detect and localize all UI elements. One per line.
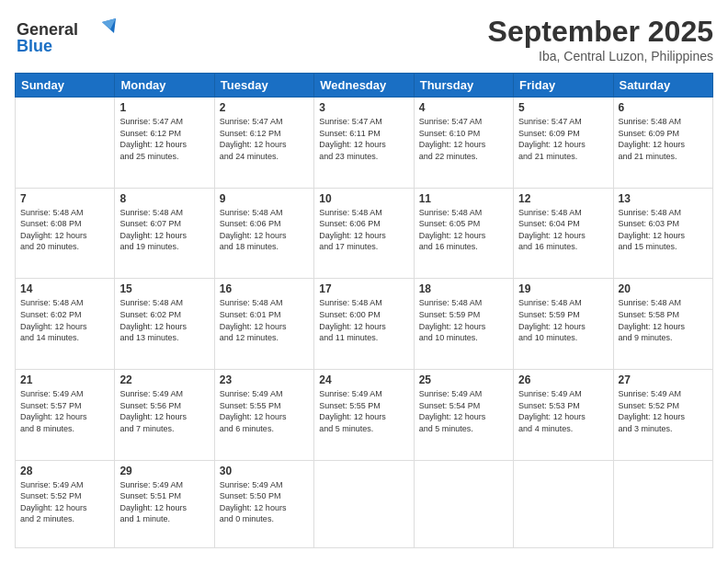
calendar-cell: 12Sunrise: 5:48 AM Sunset: 6:04 PM Dayli… — [514, 188, 613, 279]
calendar-cell: 19Sunrise: 5:48 AM Sunset: 5:59 PM Dayli… — [514, 279, 613, 370]
calendar-cell: 20Sunrise: 5:48 AM Sunset: 5:58 PM Dayli… — [613, 279, 712, 370]
day-number: 10 — [319, 192, 408, 205]
logo: General Blue — [15, 15, 116, 59]
day-number: 19 — [518, 282, 608, 295]
calendar-cell: 3Sunrise: 5:47 AM Sunset: 6:11 PM Daylig… — [314, 98, 414, 189]
main-title: September 2025 — [488, 15, 713, 49]
svg-text:General: General — [17, 20, 78, 39]
day-number: 29 — [119, 465, 209, 477]
calendar-week-4: 21Sunrise: 5:49 AM Sunset: 5:57 PM Dayli… — [16, 369, 713, 460]
day-number: 12 — [518, 192, 608, 205]
calendar-cell — [514, 460, 613, 547]
day-number: 18 — [419, 282, 508, 295]
calendar-cell: 9Sunrise: 5:48 AM Sunset: 6:06 PM Daylig… — [214, 188, 313, 279]
day-number: 1 — [119, 101, 209, 114]
day-info: Sunrise: 5:48 AM Sunset: 6:07 PM Dayligh… — [119, 207, 209, 253]
day-info: Sunrise: 5:49 AM Sunset: 5:55 PM Dayligh… — [319, 388, 408, 434]
day-number: 11 — [419, 192, 508, 205]
day-info: Sunrise: 5:48 AM Sunset: 5:58 PM Dayligh… — [619, 297, 708, 343]
day-number: 6 — [619, 101, 708, 114]
calendar-cell — [414, 460, 513, 547]
calendar-cell: 15Sunrise: 5:48 AM Sunset: 6:02 PM Dayli… — [115, 279, 214, 370]
day-number: 2 — [220, 101, 309, 114]
day-number: 5 — [518, 101, 608, 114]
calendar-cell: 11Sunrise: 5:48 AM Sunset: 6:05 PM Dayli… — [414, 188, 513, 279]
calendar-week-5: 28Sunrise: 5:49 AM Sunset: 5:52 PM Dayli… — [16, 460, 713, 547]
day-info: Sunrise: 5:49 AM Sunset: 5:56 PM Dayligh… — [119, 388, 209, 434]
day-number: 28 — [20, 465, 109, 477]
col-header-sunday: Sunday — [16, 74, 115, 98]
day-info: Sunrise: 5:48 AM Sunset: 6:09 PM Dayligh… — [619, 116, 708, 162]
calendar-cell: 13Sunrise: 5:48 AM Sunset: 6:03 PM Dayli… — [613, 188, 712, 279]
svg-text:Blue: Blue — [17, 37, 52, 55]
day-info: Sunrise: 5:48 AM Sunset: 6:02 PM Dayligh… — [20, 297, 109, 343]
day-number: 16 — [220, 282, 309, 295]
day-info: Sunrise: 5:49 AM Sunset: 5:53 PM Dayligh… — [518, 388, 608, 434]
calendar-week-3: 14Sunrise: 5:48 AM Sunset: 6:02 PM Dayli… — [16, 279, 713, 370]
col-header-wednesday: Wednesday — [314, 74, 414, 98]
day-info: Sunrise: 5:47 AM Sunset: 6:09 PM Dayligh… — [518, 116, 608, 162]
calendar-cell — [16, 98, 115, 189]
calendar-cell: 28Sunrise: 5:49 AM Sunset: 5:52 PM Dayli… — [16, 460, 115, 547]
calendar-week-2: 7Sunrise: 5:48 AM Sunset: 6:08 PM Daylig… — [16, 188, 713, 279]
calendar-cell: 10Sunrise: 5:48 AM Sunset: 6:06 PM Dayli… — [314, 188, 414, 279]
day-info: Sunrise: 5:48 AM Sunset: 6:02 PM Dayligh… — [119, 297, 209, 343]
calendar-cell: 18Sunrise: 5:48 AM Sunset: 5:59 PM Dayli… — [414, 279, 513, 370]
calendar-cell: 7Sunrise: 5:48 AM Sunset: 6:08 PM Daylig… — [16, 188, 115, 279]
calendar-cell: 8Sunrise: 5:48 AM Sunset: 6:07 PM Daylig… — [115, 188, 214, 279]
day-info: Sunrise: 5:49 AM Sunset: 5:52 PM Dayligh… — [619, 388, 708, 434]
day-info: Sunrise: 5:48 AM Sunset: 6:06 PM Dayligh… — [319, 207, 408, 253]
calendar-cell: 25Sunrise: 5:49 AM Sunset: 5:54 PM Dayli… — [414, 369, 513, 460]
day-info: Sunrise: 5:49 AM Sunset: 5:54 PM Dayligh… — [419, 388, 508, 434]
day-number: 24 — [319, 373, 408, 386]
calendar-cell: 24Sunrise: 5:49 AM Sunset: 5:55 PM Dayli… — [314, 369, 414, 460]
day-number: 13 — [619, 192, 708, 205]
day-info: Sunrise: 5:49 AM Sunset: 5:57 PM Dayligh… — [20, 388, 109, 434]
day-info: Sunrise: 5:48 AM Sunset: 6:06 PM Dayligh… — [220, 207, 309, 253]
col-header-saturday: Saturday — [613, 74, 712, 98]
calendar-cell: 1Sunrise: 5:47 AM Sunset: 6:12 PM Daylig… — [115, 98, 214, 189]
day-number: 14 — [20, 282, 109, 295]
day-number: 30 — [220, 465, 309, 477]
calendar-table: SundayMondayTuesdayWednesdayThursdayFrid… — [15, 73, 713, 548]
day-info: Sunrise: 5:49 AM Sunset: 5:50 PM Dayligh… — [220, 479, 309, 525]
header: General Blue September 2025 Iba, Central… — [15, 15, 713, 63]
page: General Blue September 2025 Iba, Central… — [0, 0, 728, 563]
calendar-cell: 26Sunrise: 5:49 AM Sunset: 5:53 PM Dayli… — [514, 369, 613, 460]
calendar-cell: 23Sunrise: 5:49 AM Sunset: 5:55 PM Dayli… — [214, 369, 313, 460]
calendar-cell: 30Sunrise: 5:49 AM Sunset: 5:50 PM Dayli… — [214, 460, 313, 547]
day-number: 22 — [119, 373, 209, 386]
day-info: Sunrise: 5:48 AM Sunset: 5:59 PM Dayligh… — [419, 297, 508, 343]
day-number: 26 — [518, 373, 608, 386]
day-number: 20 — [619, 282, 708, 295]
day-info: Sunrise: 5:47 AM Sunset: 6:12 PM Dayligh… — [220, 116, 309, 162]
calendar-cell — [314, 460, 414, 547]
day-number: 23 — [220, 373, 309, 386]
calendar-header-row: SundayMondayTuesdayWednesdayThursdayFrid… — [16, 74, 713, 98]
calendar-cell: 29Sunrise: 5:49 AM Sunset: 5:51 PM Dayli… — [115, 460, 214, 547]
calendar-cell: 6Sunrise: 5:48 AM Sunset: 6:09 PM Daylig… — [613, 98, 712, 189]
calendar-cell: 22Sunrise: 5:49 AM Sunset: 5:56 PM Dayli… — [115, 369, 214, 460]
day-number: 25 — [419, 373, 508, 386]
day-info: Sunrise: 5:48 AM Sunset: 6:03 PM Dayligh… — [619, 207, 708, 253]
day-info: Sunrise: 5:47 AM Sunset: 6:10 PM Dayligh… — [419, 116, 508, 162]
day-info: Sunrise: 5:47 AM Sunset: 6:11 PM Dayligh… — [319, 116, 408, 162]
day-number: 27 — [619, 373, 708, 386]
sub-title: Iba, Central Luzon, Philippines — [488, 49, 713, 63]
day-info: Sunrise: 5:47 AM Sunset: 6:12 PM Dayligh… — [119, 116, 209, 162]
calendar-cell: 14Sunrise: 5:48 AM Sunset: 6:02 PM Dayli… — [16, 279, 115, 370]
day-number: 3 — [319, 101, 408, 114]
day-info: Sunrise: 5:48 AM Sunset: 6:08 PM Dayligh… — [20, 207, 109, 253]
col-header-thursday: Thursday — [414, 74, 513, 98]
calendar-cell: 21Sunrise: 5:49 AM Sunset: 5:57 PM Dayli… — [16, 369, 115, 460]
day-number: 15 — [119, 282, 209, 295]
day-info: Sunrise: 5:48 AM Sunset: 6:05 PM Dayligh… — [419, 207, 508, 253]
day-number: 17 — [319, 282, 408, 295]
day-number: 7 — [20, 192, 109, 205]
day-number: 4 — [419, 101, 508, 114]
calendar-cell: 4Sunrise: 5:47 AM Sunset: 6:10 PM Daylig… — [414, 98, 513, 189]
day-info: Sunrise: 5:49 AM Sunset: 5:51 PM Dayligh… — [119, 479, 209, 525]
calendar-cell: 16Sunrise: 5:48 AM Sunset: 6:01 PM Dayli… — [214, 279, 313, 370]
day-info: Sunrise: 5:48 AM Sunset: 6:01 PM Dayligh… — [220, 297, 309, 343]
col-header-friday: Friday — [514, 74, 613, 98]
